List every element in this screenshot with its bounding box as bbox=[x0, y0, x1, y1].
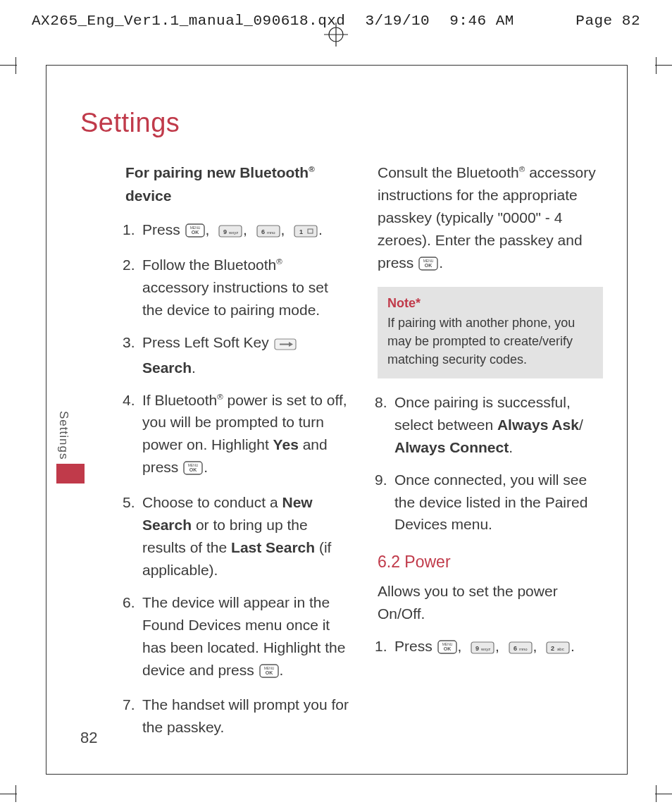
slug-date: 3/19/10 bbox=[365, 13, 430, 29]
list-item: The handset will prompt you for the pass… bbox=[125, 694, 351, 739]
text: Consult the Bluetooth bbox=[378, 164, 519, 180]
text: device bbox=[125, 187, 171, 204]
list-item: The device will appear in the Found Devi… bbox=[125, 591, 351, 684]
list-item: Press , 9wxyz, 6mno, 2abc. bbox=[378, 635, 603, 660]
key-6-icon: 6mno bbox=[509, 638, 533, 660]
list-item: If Bluetooth® power is set to off, you w… bbox=[125, 389, 351, 482]
text: . bbox=[509, 439, 513, 455]
text: Follow the Bluetooth bbox=[142, 257, 276, 273]
list-item: Once connected, you will see the device … bbox=[378, 469, 603, 536]
key-9-icon: 9wxyz bbox=[471, 638, 494, 660]
side-tab-bar-icon bbox=[56, 464, 85, 483]
pairing-step-list: Press , 9wxyz, 6mno, 1. Follow the Bluet… bbox=[125, 218, 351, 739]
crop-mark-icon bbox=[655, 65, 672, 82]
key-1-icon: 1 bbox=[294, 221, 318, 244]
svg-text:mno: mno bbox=[519, 647, 528, 651]
registered-icon: ® bbox=[217, 393, 223, 401]
svg-text:2: 2 bbox=[551, 645, 554, 652]
list-item: Press , 9wxyz, 6mno, 1. bbox=[125, 218, 351, 244]
text: / bbox=[579, 417, 583, 433]
svg-text:9: 9 bbox=[475, 645, 479, 652]
note-title: Note* bbox=[387, 294, 593, 312]
text: Search bbox=[142, 359, 192, 376]
crop-mark-icon bbox=[0, 777, 17, 794]
page-title: Settings bbox=[80, 108, 180, 138]
left-soft-key-icon bbox=[274, 334, 297, 357]
text: The device will appear in the Found Devi… bbox=[142, 594, 345, 678]
note-box: Note* If pairing with another phone, you… bbox=[378, 287, 603, 378]
text: Once connected, you will see the device … bbox=[394, 472, 587, 533]
svg-text:wxyz: wxyz bbox=[480, 647, 490, 651]
svg-text:6: 6 bbox=[261, 228, 265, 235]
text: . bbox=[192, 359, 196, 376]
svg-text:6: 6 bbox=[514, 645, 517, 652]
text: Yes bbox=[273, 436, 299, 452]
text: Last Search bbox=[231, 539, 315, 555]
svg-text:9: 9 bbox=[223, 228, 227, 235]
key-2-icon: 2abc bbox=[546, 638, 570, 660]
text: Always Ask bbox=[497, 417, 579, 433]
registered-icon: ® bbox=[276, 257, 282, 266]
slug-time: 9:46 AM bbox=[449, 13, 514, 29]
text: Always Connect bbox=[394, 439, 509, 455]
menu-ok-key-icon bbox=[183, 459, 203, 481]
svg-text:abc: abc bbox=[557, 647, 564, 651]
column-right: Consult the Bluetooth® accessory instruc… bbox=[378, 161, 603, 749]
power-step-list: Press , 9wxyz, 6mno, 2abc. bbox=[378, 635, 603, 660]
text: Press bbox=[394, 638, 437, 654]
key-6-icon: 6mno bbox=[256, 221, 280, 244]
svg-text:mno: mno bbox=[267, 230, 275, 235]
page-frame: Settings Settings For pairing new Blueto… bbox=[46, 65, 628, 775]
list-item: Press Left Soft Key Search. bbox=[125, 331, 351, 379]
menu-ok-key-icon bbox=[259, 662, 279, 684]
section-heading: 6.2 Power bbox=[378, 550, 603, 574]
text: Press bbox=[142, 221, 185, 238]
registration-mark-icon bbox=[324, 23, 348, 47]
menu-ok-key-icon bbox=[418, 254, 438, 277]
text: For pairing new Bluetooth bbox=[125, 164, 309, 180]
svg-text:1: 1 bbox=[299, 228, 303, 235]
list-item: Once pairing is successful, select betwe… bbox=[378, 391, 603, 459]
slug-file: AX265_Eng_Ver1.1_manual_090618.qxd bbox=[32, 13, 345, 29]
crop-mark-icon bbox=[655, 777, 672, 794]
text: accessory instructions to set the device… bbox=[142, 279, 328, 318]
text: If Bluetooth bbox=[142, 392, 217, 408]
note-body: If pairing with another phone, you may b… bbox=[387, 314, 593, 369]
text: Press Left Soft Key bbox=[142, 334, 273, 350]
passkey-paragraph: Consult the Bluetooth® accessory instruc… bbox=[378, 161, 603, 277]
page-number: 82 bbox=[80, 729, 97, 747]
side-tab: Settings bbox=[56, 411, 87, 483]
registered-icon: ® bbox=[309, 165, 315, 173]
menu-ok-key-icon bbox=[437, 638, 457, 660]
section-intro: Allows you to set the power On/Off. bbox=[378, 580, 603, 625]
key-9-icon: 9wxyz bbox=[218, 221, 242, 244]
crop-mark-icon bbox=[0, 65, 17, 82]
column-left: For pairing new Bluetooth® device Press … bbox=[125, 161, 351, 749]
menu-ok-key-icon bbox=[185, 221, 205, 244]
pairing-heading: For pairing new Bluetooth® device bbox=[125, 161, 351, 207]
text: Choose to conduct a bbox=[142, 494, 282, 510]
pairing-step-list-cont: Once pairing is successful, select betwe… bbox=[378, 391, 603, 536]
text: The handset will prompt you for the pass… bbox=[142, 696, 349, 735]
slug-page: Page 82 bbox=[575, 13, 640, 29]
side-tab-label: Settings bbox=[56, 411, 70, 460]
list-item: Follow the Bluetooth® accessory instruct… bbox=[125, 254, 351, 321]
list-item: Choose to conduct a New Search or to bri… bbox=[125, 491, 351, 581]
svg-text:wxyz: wxyz bbox=[228, 230, 238, 235]
